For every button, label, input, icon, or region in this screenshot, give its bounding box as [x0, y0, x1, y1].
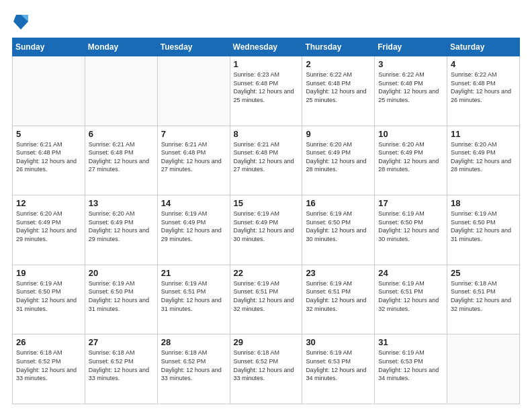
calendar-cell: 28Sunrise: 6:18 AM Sunset: 6:52 PM Dayli…: [157, 334, 230, 404]
day-number: 13: [89, 198, 154, 208]
calendar-week-0: 1Sunrise: 6:23 AM Sunset: 6:48 PM Daylig…: [13, 56, 520, 126]
day-info: Sunrise: 6:22 AM Sunset: 6:48 PM Dayligh…: [306, 71, 371, 104]
calendar-week-3: 19Sunrise: 6:19 AM Sunset: 6:50 PM Dayli…: [13, 265, 520, 334]
calendar-table: SundayMondayTuesdayWednesdayThursdayFrid…: [12, 38, 520, 404]
calendar-cell: 31Sunrise: 6:19 AM Sunset: 6:53 PM Dayli…: [375, 334, 447, 404]
calendar-cell: 19Sunrise: 6:19 AM Sunset: 6:50 PM Dayli…: [13, 265, 85, 334]
calendar-cell: [157, 56, 230, 126]
calendar-cell: 20Sunrise: 6:19 AM Sunset: 6:50 PM Dayli…: [85, 265, 157, 334]
calendar-week-4: 26Sunrise: 6:18 AM Sunset: 6:52 PM Dayli…: [13, 334, 520, 404]
calendar-cell: 8Sunrise: 6:21 AM Sunset: 6:48 PM Daylig…: [230, 126, 302, 195]
calendar-cell: 5Sunrise: 6:21 AM Sunset: 6:48 PM Daylig…: [13, 126, 85, 195]
day-info: Sunrise: 6:19 AM Sunset: 6:50 PM Dayligh…: [89, 279, 154, 313]
calendar-cell: 1Sunrise: 6:23 AM Sunset: 6:48 PM Daylig…: [230, 56, 302, 126]
calendar-cell: 4Sunrise: 6:22 AM Sunset: 6:48 PM Daylig…: [447, 56, 520, 126]
day-number: 20: [89, 268, 154, 278]
day-info: Sunrise: 6:20 AM Sunset: 6:49 PM Dayligh…: [16, 210, 81, 243]
day-info: Sunrise: 6:19 AM Sunset: 6:51 PM Dayligh…: [234, 279, 299, 313]
day-info: Sunrise: 6:19 AM Sunset: 6:50 PM Dayligh…: [306, 210, 371, 243]
day-info: Sunrise: 6:22 AM Sunset: 6:48 PM Dayligh…: [378, 71, 443, 104]
day-number: 28: [161, 337, 226, 347]
day-number: 10: [378, 129, 443, 139]
day-number: 16: [306, 198, 371, 208]
page: SundayMondayTuesdayWednesdayThursdayFrid…: [0, 0, 532, 411]
calendar-cell: 7Sunrise: 6:21 AM Sunset: 6:48 PM Daylig…: [157, 126, 230, 195]
calendar-cell: 16Sunrise: 6:19 AM Sunset: 6:50 PM Dayli…: [302, 195, 375, 265]
day-number: 24: [378, 268, 443, 278]
day-info: Sunrise: 6:19 AM Sunset: 6:49 PM Dayligh…: [161, 210, 226, 243]
day-number: 11: [451, 129, 516, 139]
day-info: Sunrise: 6:18 AM Sunset: 6:52 PM Dayligh…: [161, 349, 226, 382]
calendar-cell: 9Sunrise: 6:20 AM Sunset: 6:49 PM Daylig…: [302, 126, 375, 195]
calendar-week-2: 12Sunrise: 6:20 AM Sunset: 6:49 PM Dayli…: [13, 195, 520, 265]
calendar-cell: [447, 334, 520, 404]
day-info: Sunrise: 6:22 AM Sunset: 6:48 PM Dayligh…: [451, 71, 516, 104]
day-info: Sunrise: 6:21 AM Sunset: 6:48 PM Dayligh…: [16, 140, 81, 174]
calendar-cell: 3Sunrise: 6:22 AM Sunset: 6:48 PM Daylig…: [375, 56, 447, 126]
day-info: Sunrise: 6:18 AM Sunset: 6:52 PM Dayligh…: [234, 349, 299, 382]
day-number: 6: [89, 129, 154, 139]
day-number: 3: [378, 59, 443, 69]
col-header-wednesday: Wednesday: [230, 38, 302, 56]
day-number: 9: [306, 129, 371, 139]
day-info: Sunrise: 6:18 AM Sunset: 6:52 PM Dayligh…: [16, 349, 81, 382]
calendar-cell: 15Sunrise: 6:19 AM Sunset: 6:49 PM Dayli…: [230, 195, 302, 265]
calendar-cell: 23Sunrise: 6:19 AM Sunset: 6:51 PM Dayli…: [302, 265, 375, 334]
day-number: 31: [378, 337, 443, 347]
calendar-cell: [13, 56, 85, 126]
day-number: 19: [16, 268, 81, 278]
day-info: Sunrise: 6:19 AM Sunset: 6:51 PM Dayligh…: [306, 279, 371, 313]
day-info: Sunrise: 6:21 AM Sunset: 6:48 PM Dayligh…: [161, 140, 226, 174]
calendar-cell: 12Sunrise: 6:20 AM Sunset: 6:49 PM Dayli…: [13, 195, 85, 265]
day-number: 23: [306, 268, 371, 278]
day-info: Sunrise: 6:19 AM Sunset: 6:50 PM Dayligh…: [16, 279, 81, 313]
calendar-cell: 22Sunrise: 6:19 AM Sunset: 6:51 PM Dayli…: [230, 265, 302, 334]
day-info: Sunrise: 6:20 AM Sunset: 6:49 PM Dayligh…: [451, 140, 516, 174]
day-info: Sunrise: 6:20 AM Sunset: 6:49 PM Dayligh…: [306, 140, 371, 174]
day-info: Sunrise: 6:19 AM Sunset: 6:51 PM Dayligh…: [161, 279, 226, 313]
calendar-header-row: SundayMondayTuesdayWednesdayThursdayFrid…: [13, 38, 520, 56]
day-number: 17: [378, 198, 443, 208]
col-header-thursday: Thursday: [302, 38, 375, 56]
calendar-cell: 26Sunrise: 6:18 AM Sunset: 6:52 PM Dayli…: [13, 334, 85, 404]
day-info: Sunrise: 6:19 AM Sunset: 6:50 PM Dayligh…: [451, 210, 516, 243]
day-number: 26: [16, 337, 81, 347]
day-info: Sunrise: 6:21 AM Sunset: 6:48 PM Dayligh…: [234, 140, 299, 174]
calendar-cell: 17Sunrise: 6:19 AM Sunset: 6:50 PM Dayli…: [375, 195, 447, 265]
day-info: Sunrise: 6:19 AM Sunset: 6:51 PM Dayligh…: [378, 279, 443, 313]
calendar-cell: 14Sunrise: 6:19 AM Sunset: 6:49 PM Dayli…: [157, 195, 230, 265]
calendar-cell: 6Sunrise: 6:21 AM Sunset: 6:48 PM Daylig…: [85, 126, 157, 195]
day-info: Sunrise: 6:19 AM Sunset: 6:49 PM Dayligh…: [234, 210, 299, 243]
calendar-cell: 21Sunrise: 6:19 AM Sunset: 6:51 PM Dayli…: [157, 265, 230, 334]
day-info: Sunrise: 6:19 AM Sunset: 6:53 PM Dayligh…: [306, 349, 371, 382]
day-number: 1: [234, 59, 299, 69]
day-number: 27: [89, 337, 154, 347]
day-number: 21: [161, 268, 226, 278]
day-number: 25: [451, 268, 516, 278]
calendar-cell: 24Sunrise: 6:19 AM Sunset: 6:51 PM Dayli…: [375, 265, 447, 334]
col-header-sunday: Sunday: [13, 38, 85, 56]
day-number: 29: [234, 337, 299, 347]
calendar-cell: 27Sunrise: 6:18 AM Sunset: 6:52 PM Dayli…: [85, 334, 157, 404]
day-number: 15: [234, 198, 299, 208]
calendar-cell: 25Sunrise: 6:18 AM Sunset: 6:51 PM Dayli…: [447, 265, 520, 334]
calendar-cell: 2Sunrise: 6:22 AM Sunset: 6:48 PM Daylig…: [302, 56, 375, 126]
day-info: Sunrise: 6:18 AM Sunset: 6:51 PM Dayligh…: [451, 279, 516, 313]
day-number: 14: [161, 198, 226, 208]
day-info: Sunrise: 6:19 AM Sunset: 6:53 PM Dayligh…: [378, 349, 443, 382]
day-number: 7: [161, 129, 226, 139]
day-info: Sunrise: 6:20 AM Sunset: 6:49 PM Dayligh…: [378, 140, 443, 174]
day-number: 8: [234, 129, 299, 139]
day-number: 4: [451, 59, 516, 69]
day-info: Sunrise: 6:20 AM Sunset: 6:49 PM Dayligh…: [89, 210, 154, 243]
day-info: Sunrise: 6:19 AM Sunset: 6:50 PM Dayligh…: [378, 210, 443, 243]
col-header-tuesday: Tuesday: [157, 38, 230, 56]
day-number: 30: [306, 337, 371, 347]
day-number: 5: [16, 129, 81, 139]
day-info: Sunrise: 6:21 AM Sunset: 6:48 PM Dayligh…: [89, 140, 154, 174]
logo-icon: [13, 12, 28, 31]
calendar-cell: 18Sunrise: 6:19 AM Sunset: 6:50 PM Dayli…: [447, 195, 520, 265]
calendar-cell: 11Sunrise: 6:20 AM Sunset: 6:49 PM Dayli…: [447, 126, 520, 195]
calendar-week-1: 5Sunrise: 6:21 AM Sunset: 6:48 PM Daylig…: [13, 126, 520, 195]
header: [12, 12, 520, 31]
